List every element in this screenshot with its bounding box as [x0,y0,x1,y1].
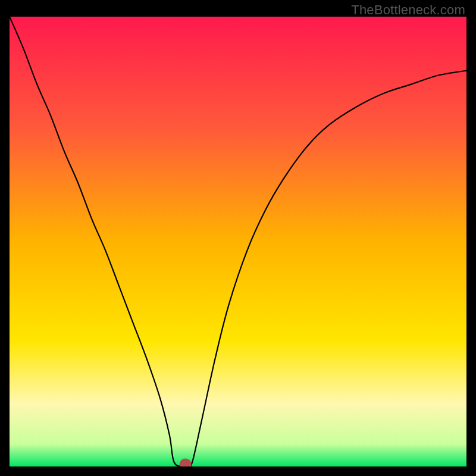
chart-frame: TheBottleneck.com [0,0,476,476]
bottleneck-chart [10,17,466,466]
gradient-background [10,17,466,466]
watermark-text: TheBottleneck.com [351,2,465,18]
plot-area [10,17,466,466]
